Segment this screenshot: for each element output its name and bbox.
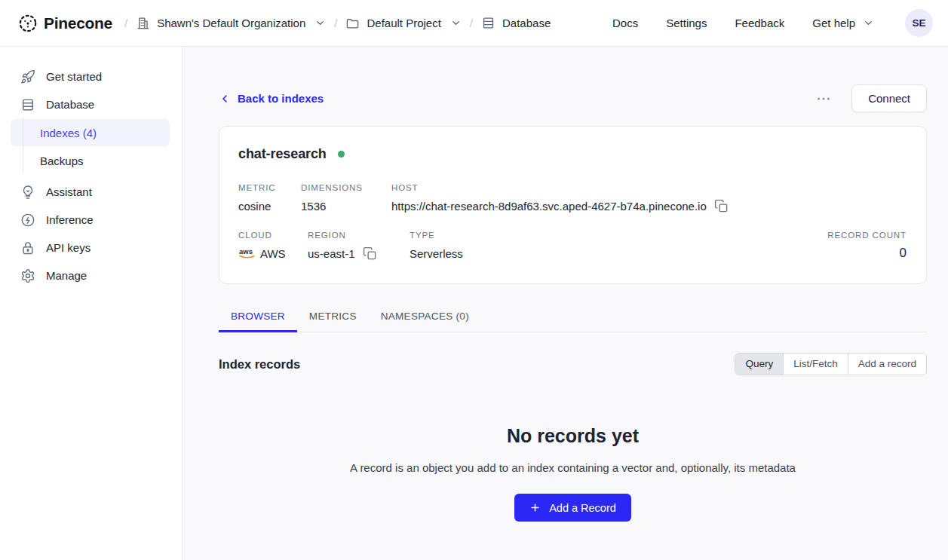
svg-text:aws: aws <box>239 247 253 256</box>
breadcrumb-separator: / <box>334 17 337 29</box>
back-to-indexes-link[interactable]: Back to indexes <box>219 92 324 105</box>
add-record-button[interactable]: Add a Record <box>514 494 631 522</box>
back-to-indexes-label: Back to indexes <box>238 92 324 105</box>
database-icon <box>20 97 35 112</box>
connect-button[interactable]: Connect <box>851 84 927 112</box>
pinecone-logo-icon <box>18 14 38 33</box>
type-field: TYPE Serverless <box>410 231 463 261</box>
lock-icon <box>20 240 35 256</box>
index-status-dot <box>338 151 345 158</box>
sidebar-item-label: Manage <box>46 269 87 282</box>
breadcrumb-project-label: Default Project <box>367 17 440 29</box>
pinecone-logo[interactable]: Pinecone <box>18 14 112 33</box>
sidebar-item-inference[interactable]: Inference <box>0 206 182 234</box>
view-list-fetch-button[interactable]: List/Fetch <box>783 353 848 375</box>
lightbulb-icon <box>20 185 35 200</box>
sidebar: Get started Database Indexes (4) Backups <box>0 47 183 560</box>
sidebar-database-subitems: Indexes (4) Backups <box>0 118 182 176</box>
more-actions-icon[interactable] <box>812 87 835 110</box>
dimensions-label: DIMENSIONS <box>301 183 391 192</box>
sidebar-item-manage[interactable]: Manage <box>0 262 182 289</box>
get-help-menu[interactable]: Get help <box>812 17 874 29</box>
index-tabs: BROWSER METRICS NAMESPACES (0) <box>219 303 927 332</box>
cloud-field: CLOUD aws AWS <box>238 231 308 261</box>
copy-host-icon[interactable] <box>714 199 729 213</box>
cloud-value: AWS <box>260 247 286 260</box>
settings-link[interactable]: Settings <box>666 17 707 29</box>
dimensions-field: DIMENSIONS 1536 <box>301 183 391 213</box>
chevron-left-icon <box>219 93 231 105</box>
sidebar-item-label: Database <box>46 98 94 111</box>
region-field: REGION us-east-1 <box>308 231 410 261</box>
brand-wordmark: Pinecone <box>44 14 112 32</box>
record-count-label: RECORD COUNT <box>827 231 907 240</box>
metric-field: METRIC cosine <box>238 183 301 213</box>
feedback-link[interactable]: Feedback <box>735 17 784 29</box>
empty-state-title: No records yet <box>219 425 927 447</box>
empty-state: No records yet A record is an object you… <box>219 425 927 522</box>
chevron-down-icon[interactable] <box>314 17 326 29</box>
folder-icon <box>345 16 360 30</box>
chevron-down-icon <box>863 17 874 29</box>
view-add-record-button[interactable]: Add a record <box>848 353 926 375</box>
cloud-label: CLOUD <box>238 231 308 240</box>
tab-metrics[interactable]: METRICS <box>297 303 369 332</box>
record-view-switcher: Query List/Fetch Add a record <box>735 353 927 375</box>
breadcrumb-separator: / <box>470 17 473 29</box>
index-name: chat-research <box>238 146 327 162</box>
region-value: us-east-1 <box>308 247 355 260</box>
main-content: Back to indexes Connect chat-research ME… <box>183 47 948 560</box>
host-label: HOST <box>391 183 729 192</box>
top-nav: Pinecone / Shawn's Default Organization … <box>0 0 948 47</box>
plus-icon <box>529 502 541 513</box>
sidebar-item-indexes[interactable]: Indexes (4) <box>11 119 170 146</box>
add-record-button-label: Add a Record <box>549 502 616 514</box>
sidebar-item-assistant[interactable]: Assistant <box>0 178 182 206</box>
rocket-icon <box>20 69 35 84</box>
breadcrumb: / Shawn's Default Organization / Default… <box>124 16 551 30</box>
sidebar-item-api-keys[interactable]: API keys <box>0 234 182 262</box>
record-count-field: RECORD COUNT 0 <box>827 231 907 261</box>
type-label: TYPE <box>410 231 463 240</box>
region-label: REGION <box>308 231 410 240</box>
empty-state-description: A record is an object you add to an inde… <box>219 461 927 474</box>
breadcrumb-separator: / <box>124 17 127 29</box>
breadcrumb-section[interactable]: Database <box>481 16 551 30</box>
host-value: https://chat-research-8d9af63.svc.aped-4… <box>391 200 707 213</box>
breadcrumb-project[interactable]: Default Project <box>345 16 461 30</box>
metric-label: METRIC <box>238 183 301 192</box>
gear-icon <box>20 268 35 283</box>
breadcrumb-organization-label: Shawn's Default Organization <box>157 17 305 29</box>
sidebar-item-label: Inference <box>46 213 94 226</box>
host-field: HOST https://chat-research-8d9af63.svc.a… <box>391 183 729 213</box>
sidebar-item-get-started[interactable]: Get started <box>0 63 182 90</box>
sidebar-item-label: API keys <box>46 241 91 254</box>
index-summary-card: chat-research METRIC cosine DIMENSIONS 1… <box>219 126 927 284</box>
aws-logo-icon: aws <box>238 247 256 259</box>
tab-namespaces[interactable]: NAMESPACES (0) <box>369 303 481 332</box>
avatar[interactable]: SE <box>905 9 933 37</box>
sidebar-item-label: Indexes (4) <box>40 127 97 139</box>
sidebar-item-label: Backups <box>40 155 84 167</box>
organization-icon <box>136 16 150 30</box>
breadcrumb-section-label: Database <box>502 17 551 29</box>
breadcrumb-organization[interactable]: Shawn's Default Organization <box>136 16 326 30</box>
dimensions-value: 1536 <box>301 198 391 213</box>
records-title: Index records <box>219 357 300 372</box>
database-icon <box>481 16 495 30</box>
view-query-button[interactable]: Query <box>735 353 783 375</box>
top-nav-links: Docs Settings Feedback Get help SE <box>612 9 933 37</box>
chevron-down-icon[interactable] <box>450 17 462 29</box>
docs-link[interactable]: Docs <box>612 17 638 29</box>
record-count-value: 0 <box>827 246 907 261</box>
page-header: Back to indexes Connect <box>219 84 927 112</box>
zap-circle-icon <box>20 213 35 228</box>
copy-region-icon[interactable] <box>363 246 377 261</box>
metric-value: cosine <box>238 198 301 213</box>
sidebar-item-label: Assistant <box>46 185 92 198</box>
sidebar-item-label: Get started <box>46 70 102 83</box>
tab-browser[interactable]: BROWSER <box>219 303 297 332</box>
type-value: Serverless <box>410 246 463 261</box>
sidebar-item-backups[interactable]: Backups <box>11 147 170 174</box>
sidebar-item-database[interactable]: Database <box>0 90 182 118</box>
